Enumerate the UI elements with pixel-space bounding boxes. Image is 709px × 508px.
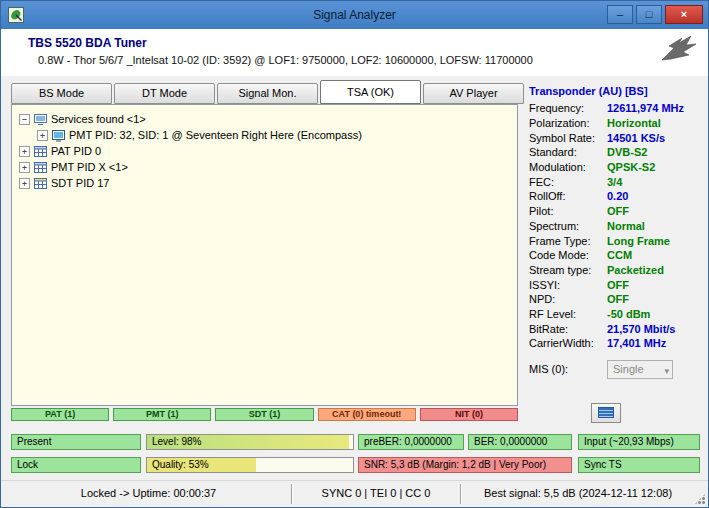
sdt-chip[interactable]: SDT (1) bbox=[215, 408, 313, 421]
tree-item-label: PMT PID X <1> bbox=[51, 161, 128, 173]
close-button[interactable]: × bbox=[665, 5, 703, 24]
tree-item-sdt[interactable]: + SDT PID 17 bbox=[12, 175, 517, 191]
mis-select[interactable]: Single ▾ bbox=[607, 360, 673, 379]
level-progressbar: Level: 98% bbox=[146, 434, 354, 450]
transponder-row: RollOff: 0.20 bbox=[529, 189, 701, 204]
field-label: RollOff: bbox=[529, 190, 607, 202]
field-value: OFF bbox=[607, 293, 629, 305]
transponder-row: Pilot: OFF bbox=[529, 204, 701, 219]
field-value: OFF bbox=[607, 205, 629, 217]
chevron-down-icon: ▾ bbox=[664, 363, 669, 380]
stripes-icon bbox=[598, 407, 614, 418]
expand-toggle-icon[interactable]: + bbox=[19, 162, 30, 173]
tree-item-pat[interactable]: + PAT PID 0 bbox=[12, 143, 517, 159]
transponder-title: Transponder (AU) [BS] bbox=[529, 85, 701, 97]
transponder-row: Frequency: 12611,974 MHz bbox=[529, 101, 701, 116]
services-tree: − Services found <1> + PMT PID: 32, SID: bbox=[11, 104, 518, 406]
tv-icon bbox=[52, 129, 65, 142]
transponder-row: Symbol Rate: 14501 KS/s bbox=[529, 130, 701, 145]
snr-chip: SNR: 5,3 dB (Margin: 1,2 dB | Very Poor) bbox=[358, 457, 572, 473]
statusbar-divider bbox=[460, 484, 462, 504]
transponder-row: NPD: OFF bbox=[529, 292, 701, 307]
field-value: Normal bbox=[607, 220, 645, 232]
titlebar[interactable]: Signal Analyzer – □ × bbox=[1, 1, 708, 29]
expand-toggle-icon[interactable]: + bbox=[19, 178, 30, 189]
level-label: Level: 98% bbox=[147, 435, 353, 449]
tab-signal-mon[interactable]: Signal Mon. bbox=[217, 83, 318, 104]
field-value: QPSK-S2 bbox=[607, 161, 655, 173]
field-label: Spectrum: bbox=[529, 220, 607, 232]
field-value: -50 dBm bbox=[607, 308, 650, 320]
services-icon bbox=[34, 113, 47, 126]
uptime-status: Locked -> Uptime: 00:00:37 bbox=[11, 487, 286, 499]
transponder-row: Polarization: Horizontal bbox=[529, 116, 701, 131]
preber-chip: preBER: 0,0000000 bbox=[358, 434, 464, 450]
statusbar-divider bbox=[291, 484, 293, 504]
field-label: RF Level: bbox=[529, 308, 607, 320]
transponder-row: Modulation: QPSK-S2 bbox=[529, 160, 701, 175]
sync-counters: SYNC 0 | TEI 0 | CC 0 bbox=[296, 487, 456, 499]
quality-label: Quality: 53% bbox=[147, 458, 353, 472]
sync-ts-chip: Sync TS bbox=[578, 457, 700, 473]
expand-toggle-icon[interactable]: + bbox=[19, 146, 30, 157]
statusbar: Locked -> Uptime: 00:00:37 SYNC 0 | TEI … bbox=[1, 480, 708, 507]
tree-item-label: Services found <1> bbox=[51, 113, 146, 125]
window-title: Signal Analyzer bbox=[1, 8, 708, 22]
ber-chip: BER: 0,0000000 bbox=[468, 434, 572, 450]
nit-chip[interactable]: NIT (0) bbox=[420, 408, 518, 421]
transponder-row: ISSYI: OFF bbox=[529, 277, 701, 292]
field-value: Packetized bbox=[607, 264, 664, 276]
resize-grip[interactable] bbox=[694, 493, 706, 505]
field-value: CCM bbox=[607, 249, 632, 261]
field-value: 3/4 bbox=[607, 176, 622, 188]
tab-av-player[interactable]: AV Player bbox=[423, 83, 524, 104]
transponder-row: Stream type: Packetized bbox=[529, 263, 701, 278]
lock-status-chip: Lock bbox=[11, 457, 141, 473]
caption-buttons: – □ × bbox=[607, 5, 703, 24]
quality-progressbar: Quality: 53% bbox=[146, 457, 354, 473]
psi-table-row: PAT (1) PMT (1) SDT (1) CAT (0) timeout!… bbox=[11, 408, 518, 421]
transponder-row: CarrierWidth: 17,401 MHz bbox=[529, 336, 701, 351]
header: TBS 5520 BDA Tuner 0.8W - Thor 5/6/7 _In… bbox=[1, 29, 708, 76]
field-label: Polarization: bbox=[529, 117, 607, 129]
field-label: Code Mode: bbox=[529, 249, 607, 261]
tab-tsa[interactable]: TSA (OK) bbox=[320, 80, 421, 104]
tree-item-label: PMT PID: 32, SID: 1 @ Seventeen Right He… bbox=[69, 129, 362, 141]
table-icon bbox=[34, 145, 47, 158]
transponder-panel: Transponder (AU) [BS] Frequency: 12611,9… bbox=[529, 85, 701, 423]
tree-item-pmt[interactable]: + PMT PID X <1> bbox=[12, 159, 517, 175]
cat-chip[interactable]: CAT (0) timeout! bbox=[318, 408, 416, 421]
tree-item-pmt-service[interactable]: + PMT PID: 32, SID: 1 @ Seventeen Right … bbox=[12, 127, 517, 143]
field-label: Standard: bbox=[529, 146, 607, 158]
pmt-chip[interactable]: PMT (1) bbox=[113, 408, 211, 421]
field-label: Modulation: bbox=[529, 161, 607, 173]
transponder-row: BitRate: 21,570 Mbit/s bbox=[529, 321, 701, 336]
mis-row: MIS (0): Single ▾ bbox=[529, 360, 701, 379]
device-title: TBS 5520 BDA Tuner bbox=[28, 36, 147, 50]
pat-chip[interactable]: PAT (1) bbox=[11, 408, 109, 421]
field-label: BitRate: bbox=[529, 323, 607, 335]
tab-dt-mode[interactable]: DT Mode bbox=[114, 83, 215, 104]
minimize-button[interactable]: – bbox=[607, 5, 633, 24]
field-value: 14501 KS/s bbox=[607, 132, 665, 144]
tree-item-services-found[interactable]: − Services found <1> bbox=[12, 111, 517, 127]
input-bitrate-chip: Input (~20,93 Mbps) bbox=[578, 434, 700, 450]
field-label: NPD: bbox=[529, 293, 607, 305]
transponder-row: RF Level: -50 dBm bbox=[529, 307, 701, 322]
signal-analyzer-window: Signal Analyzer – □ × TBS 5520 BDA Tuner… bbox=[0, 0, 709, 508]
expand-toggle-icon[interactable]: + bbox=[37, 130, 48, 141]
tab-bs-mode[interactable]: BS Mode bbox=[11, 83, 112, 104]
maximize-button[interactable]: □ bbox=[636, 5, 662, 24]
mis-selected-value: Single bbox=[613, 363, 644, 375]
table-yellow-icon bbox=[34, 177, 47, 190]
table-icon bbox=[34, 161, 47, 174]
field-value: 21,570 Mbit/s bbox=[607, 323, 675, 335]
field-value: Long Frame bbox=[607, 235, 670, 247]
tuning-info: 0.8W - Thor 5/6/7 _Intelsat 10-02 (ID: 3… bbox=[38, 54, 533, 66]
ts-save-button[interactable] bbox=[591, 403, 621, 423]
tree-item-label: SDT PID 17 bbox=[51, 177, 110, 189]
field-value: 12611,974 MHz bbox=[607, 102, 684, 114]
collapse-toggle-icon[interactable]: − bbox=[19, 114, 30, 125]
field-value: 0.20 bbox=[607, 190, 628, 202]
field-label: CarrierWidth: bbox=[529, 337, 607, 349]
